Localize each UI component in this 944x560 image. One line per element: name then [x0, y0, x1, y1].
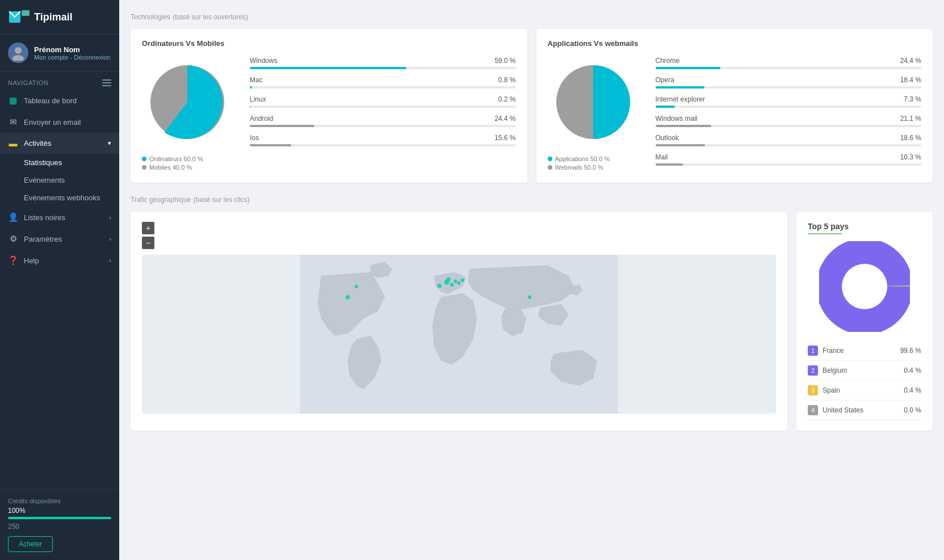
country-pct-usa: 0.0 %	[904, 406, 921, 414]
user-name: Prénom Nom	[34, 45, 111, 54]
country-item-france: 1 France 99.6 %	[808, 341, 921, 361]
country-name-france: France	[823, 347, 896, 355]
svg-point-17	[346, 295, 350, 299]
stat-ios: Ios 15.6 %	[250, 134, 516, 146]
svg-point-11	[446, 277, 450, 281]
apps-webmails-legend: Applications 50.0 % Webmails 50.0 %	[548, 155, 639, 171]
geo-title: Trafic géographique (basé sur les clics)	[131, 194, 933, 204]
legend-applications: Applications 50.0 %	[548, 155, 639, 162]
country-item-spain: 3 Spain 0.4 %	[808, 381, 921, 401]
map-controls: + −	[142, 222, 776, 249]
svg-point-23	[842, 264, 887, 309]
sidebar-item-envoyer-email[interactable]: ✉ Envoyer un email	[0, 111, 119, 133]
legend-dot-blue	[142, 157, 146, 161]
legend-ordinateurs: Ordinateurs 60.0 %	[142, 155, 233, 162]
nav-section-label: Navigation	[0, 71, 119, 90]
svg-point-15	[450, 283, 454, 287]
country-pct-france: 99.6 %	[900, 347, 921, 355]
avatar	[8, 43, 28, 63]
sidebar-item-tableau-de-bord[interactable]: ▦ Tableau de bord	[0, 90, 119, 111]
computers-mobiles-title: Ordinateurs Vs Mobiles	[142, 39, 516, 48]
country-pct-belgium: 0.4 %	[904, 367, 921, 374]
apps-webmails-title: Applications Vs webmails	[548, 39, 922, 48]
zoom-in-button[interactable]: +	[142, 222, 154, 234]
credits-count: 250	[8, 523, 111, 530]
stat-outlook: Outlook 18.6 %	[656, 134, 922, 146]
rank-badge-3: 3	[808, 385, 818, 395]
country-name-usa: United States	[823, 406, 899, 414]
svg-rect-5	[102, 82, 111, 83]
country-item-belgium: 2 Belgium 0.4 %	[808, 361, 921, 381]
stat-mac: Mac 0.8 %	[250, 76, 516, 89]
rank-badge-1: 1	[808, 346, 818, 356]
app-name: Tipimail	[34, 11, 73, 23]
apps-webmails-stats: Chrome 24.4 % Opera 18.4 %	[656, 57, 922, 172]
chevron-down-icon: ▾	[108, 140, 111, 147]
svg-point-13	[454, 280, 457, 283]
stat-ie: Internet explorer 7.3 %	[656, 95, 922, 108]
main-content: Technologies (basé sur les ouvertures) O…	[119, 0, 944, 560]
apps-webmails-layout: Applications 50.0 % Webmails 50.0 % Chro…	[548, 57, 922, 172]
country-name-spain: Spain	[823, 386, 899, 394]
svg-rect-4	[102, 79, 111, 81]
legend-webmails: Webmails 50.0 %	[548, 164, 639, 171]
top5-title: Top 5 pays	[808, 222, 921, 231]
stat-opera: Opera 18.4 %	[656, 76, 922, 89]
world-map	[142, 255, 776, 414]
technology-cards-row: Ordinateurs Vs Mobiles Ordinateurs 60.0 …	[131, 29, 933, 183]
geo-map-card: + −	[131, 212, 787, 431]
top5-underline	[808, 233, 842, 234]
rank-badge-2: 2	[808, 365, 818, 376]
svg-rect-6	[102, 85, 111, 86]
gear-icon: ⚙	[8, 234, 18, 244]
computers-mobiles-stats: Windows 59.0 % Mac 0.8 %	[250, 57, 516, 153]
sidebar-item-listes-noires[interactable]: 👤 Listes noires ›	[0, 207, 119, 228]
sidebar-item-help[interactable]: ❓ Help ›	[0, 250, 119, 271]
nav-menu-icon	[102, 79, 111, 86]
country-pct-spain: 0.4 %	[904, 386, 921, 394]
country-name-belgium: Belgium	[823, 367, 899, 374]
computers-mobiles-card: Ordinateurs Vs Mobiles Ordinateurs 60.0 …	[131, 29, 527, 183]
geo-section: + −	[131, 212, 933, 431]
help-icon: ❓	[8, 255, 18, 266]
stat-linux: Linux 0.2 %	[250, 95, 516, 108]
sidebar-subitem-evenements[interactable]: Evénements	[0, 171, 119, 189]
sidebar: Tipimail Prénom Nom Mon compte - Déconne…	[0, 0, 119, 560]
svg-point-3	[12, 55, 24, 61]
computers-mobiles-legend: Ordinateurs 60.0 % Mobiles 40.0 %	[142, 155, 233, 171]
user-icon: 👤	[8, 212, 18, 222]
chevron-right-icon-2: ›	[109, 235, 111, 242]
sidebar-subitem-evenements-webhooks[interactable]: Evénements webhooks	[0, 189, 119, 207]
user-info: Prénom Nom Mon compte - Déconnexion	[34, 45, 111, 61]
legend-dot-gray	[142, 165, 146, 170]
svg-point-16	[461, 279, 464, 282]
svg-point-18	[355, 285, 358, 288]
sidebar-subitem-statistiques[interactable]: Statistiques	[0, 154, 119, 171]
logo-icon	[9, 9, 30, 25]
top5-donut	[808, 241, 921, 332]
zoom-out-button[interactable]: −	[142, 237, 154, 249]
buy-button[interactable]: Acheter	[8, 536, 53, 552]
technologies-title: Technologies (basé sur les ouvertures)	[131, 11, 933, 21]
chevron-right-icon-3: ›	[109, 257, 111, 264]
credits-percentage: 100%	[8, 507, 111, 515]
sidebar-item-parametres[interactable]: ⚙ Paramètres ›	[0, 228, 119, 250]
world-map-svg	[142, 255, 776, 414]
stat-mail: Mail 10.3 %	[656, 153, 922, 166]
chevron-right-icon: ›	[109, 214, 111, 221]
sidebar-item-activites[interactable]: ▬ Activités ▾	[0, 133, 119, 154]
credits-section: Crédits disponibles 100% 250 Acheter	[0, 489, 119, 560]
svg-point-14	[457, 281, 460, 285]
legend-dot-apps-blue	[548, 157, 552, 161]
computers-mobiles-pie: Ordinateurs 60.0 % Mobiles 40.0 %	[142, 57, 233, 172]
user-account-link[interactable]: Mon compte - Déconnexion	[34, 54, 111, 61]
svg-rect-1	[22, 10, 30, 16]
countries-list: 1 France 99.6 % 2 Belgium 0.4 % 3 Spain …	[808, 341, 921, 420]
top5-card: Top 5 pays 1 France	[796, 212, 933, 431]
logo-area: Tipimail	[0, 0, 119, 35]
email-icon: ✉	[8, 117, 18, 127]
country-item-usa: 4 United States 0.0 %	[808, 401, 921, 420]
user-area: Prénom Nom Mon compte - Déconnexion	[0, 35, 119, 71]
stat-windows: Windows 59.0 %	[250, 57, 516, 69]
stat-android: Android 24.4 %	[250, 115, 516, 127]
